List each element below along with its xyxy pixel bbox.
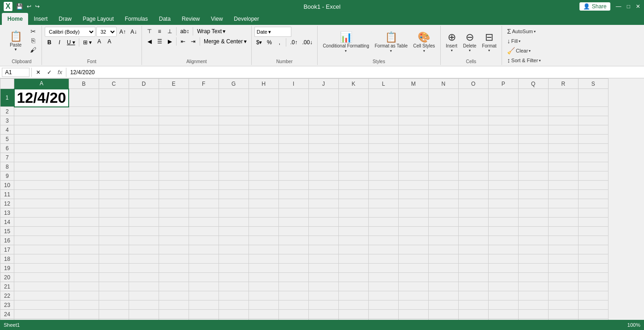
cell-K2[interactable] [338, 107, 368, 116]
cell-H15[interactable] [248, 227, 278, 236]
cell-G7[interactable] [219, 153, 248, 162]
cell-A23[interactable] [14, 301, 69, 310]
cell-H16[interactable] [248, 236, 278, 245]
cell-G23[interactable] [219, 301, 248, 310]
cell-C23[interactable] [99, 301, 129, 310]
cell-F25[interactable] [189, 319, 219, 320]
cell-N21[interactable] [428, 282, 458, 291]
tab-draw[interactable]: Draw [53, 13, 77, 25]
cell-I13[interactable] [278, 208, 308, 218]
cell-G16[interactable] [219, 236, 248, 245]
cancel-formula-btn[interactable]: ✕ [34, 68, 43, 77]
cell-P2[interactable] [488, 107, 518, 116]
cell-B9[interactable] [69, 171, 99, 181]
cell-G22[interactable] [219, 291, 248, 301]
cell-Q23[interactable] [518, 301, 548, 310]
increase-font-btn[interactable]: A↑ [118, 27, 128, 36]
conditional-formatting-button[interactable]: 📊 Conditional Formatting ▾ [320, 28, 372, 57]
cell-G8[interactable] [219, 162, 248, 171]
cell-L7[interactable] [368, 153, 398, 162]
row-header-5[interactable]: 5 [0, 135, 14, 144]
cell-G24[interactable] [219, 310, 248, 319]
cell-A4[interactable] [14, 125, 69, 135]
cell-J14[interactable] [308, 218, 338, 227]
cell-N22[interactable] [428, 291, 458, 301]
cell-B1[interactable] [69, 89, 99, 107]
col-header-O[interactable]: O [458, 79, 488, 89]
cell-F6[interactable] [189, 144, 219, 153]
cell-A20[interactable] [14, 273, 69, 282]
cell-R7[interactable] [548, 153, 578, 162]
cell-K23[interactable] [338, 301, 368, 310]
cell-L5[interactable] [368, 135, 398, 144]
cell-C18[interactable] [99, 254, 129, 264]
cell-Q22[interactable] [518, 291, 548, 301]
cell-M8[interactable] [398, 162, 428, 171]
cell-J24[interactable] [308, 310, 338, 319]
cell-N23[interactable] [428, 301, 458, 310]
borders-button[interactable]: ⊞ ▾ [81, 38, 94, 47]
align-middle-btn[interactable]: ≡ [155, 27, 164, 36]
cell-O7[interactable] [458, 153, 488, 162]
cell-E4[interactable] [159, 125, 189, 135]
increase-decimal-btn[interactable]: .0↑ [288, 38, 299, 47]
cell-C6[interactable] [99, 144, 129, 153]
cell-L12[interactable] [368, 199, 398, 208]
cell-styles-button[interactable]: 🎨 Cell Styles ▾ [411, 28, 437, 57]
cell-S5[interactable] [578, 135, 608, 144]
cell-D2[interactable] [129, 107, 159, 116]
cell-A17[interactable] [14, 245, 69, 254]
cell-K16[interactable] [338, 236, 368, 245]
col-header-A[interactable]: A [14, 79, 69, 89]
cell-F14[interactable] [189, 218, 219, 227]
cell-D16[interactable] [129, 236, 159, 245]
cell-C15[interactable] [99, 227, 129, 236]
cell-M7[interactable] [398, 153, 428, 162]
cell-A12[interactable] [14, 199, 69, 208]
cell-K11[interactable] [338, 190, 368, 199]
currency-btn[interactable]: $▾ [254, 38, 264, 47]
cell-E9[interactable] [159, 171, 189, 181]
cell-S24[interactable] [578, 310, 608, 319]
share-button[interactable]: 👤 Share [579, 2, 610, 11]
font-name-select[interactable]: Calibri (Body) [45, 27, 95, 37]
cell-C13[interactable] [99, 208, 129, 218]
cell-M11[interactable] [398, 190, 428, 199]
cell-C16[interactable] [99, 236, 129, 245]
cell-M24[interactable] [398, 310, 428, 319]
cell-C21[interactable] [99, 282, 129, 291]
cell-P3[interactable] [488, 116, 518, 125]
cell-D13[interactable] [129, 208, 159, 218]
cell-A10[interactable] [14, 181, 69, 190]
cell-S1[interactable] [578, 89, 608, 107]
align-right-btn[interactable]: ▶ [165, 37, 174, 46]
cell-G4[interactable] [219, 125, 248, 135]
cell-R13[interactable] [548, 208, 578, 218]
cell-B15[interactable] [69, 227, 99, 236]
cell-G2[interactable] [219, 107, 248, 116]
cell-A1[interactable]: 12/4/20 [14, 89, 69, 107]
cell-Q14[interactable] [518, 218, 548, 227]
cell-B4[interactable] [69, 125, 99, 135]
cell-C22[interactable] [99, 291, 129, 301]
cell-M9[interactable] [398, 171, 428, 181]
align-bottom-btn[interactable]: ⊥ [165, 27, 174, 36]
cell-L11[interactable] [368, 190, 398, 199]
cell-I1[interactable] [278, 89, 308, 107]
cell-B8[interactable] [69, 162, 99, 171]
row-header-14[interactable]: 14 [0, 218, 14, 227]
cell-E2[interactable] [159, 107, 189, 116]
cell-I9[interactable] [278, 171, 308, 181]
cell-F16[interactable] [189, 236, 219, 245]
cell-Q11[interactable] [518, 190, 548, 199]
cell-C17[interactable] [99, 245, 129, 254]
cell-P17[interactable] [488, 245, 518, 254]
cell-J11[interactable] [308, 190, 338, 199]
cell-A2[interactable] [14, 107, 69, 116]
cell-G19[interactable] [219, 264, 248, 273]
cell-N16[interactable] [428, 236, 458, 245]
cell-D19[interactable] [129, 264, 159, 273]
cell-O9[interactable] [458, 171, 488, 181]
cell-C10[interactable] [99, 181, 129, 190]
col-header-P[interactable]: P [488, 79, 518, 89]
